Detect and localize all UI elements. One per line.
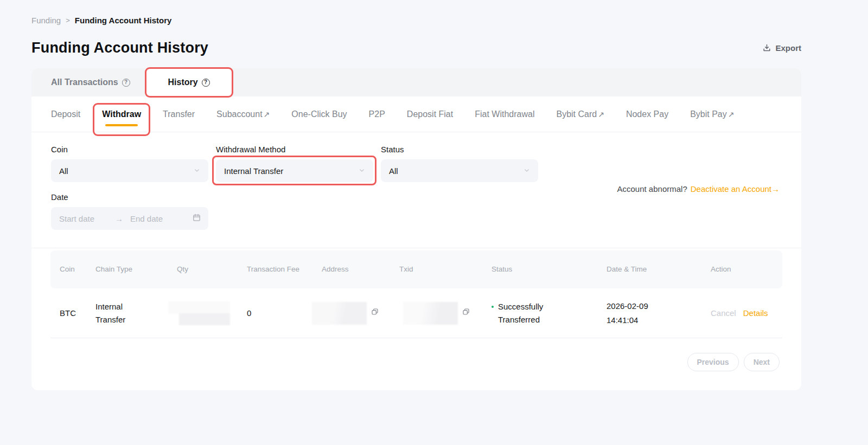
- account-abnormal-row: Account abnormal? Deactivate an Account→: [617, 184, 780, 194]
- subtab-bybit-card[interactable]: Bybit Card↗: [556, 109, 604, 119]
- subtab-label: Bybit Pay: [690, 109, 727, 119]
- redacted-qty-block: [168, 301, 230, 325]
- details-action[interactable]: Details: [743, 307, 768, 320]
- export-label: Export: [775, 43, 801, 53]
- chevron-down-icon: [523, 166, 531, 176]
- subtab-label: Subaccount: [216, 109, 263, 119]
- export-button[interactable]: Export: [762, 43, 801, 53]
- subtab-p2p[interactable]: P2P: [369, 109, 385, 119]
- subtab-label: Deposit Fiat: [407, 109, 453, 119]
- status-select[interactable]: All: [381, 159, 538, 182]
- subtab-label: Nodex Pay: [626, 109, 668, 119]
- cancel-action: Cancel: [711, 307, 736, 320]
- time-value: 14:41:04: [607, 313, 711, 327]
- copy-icon[interactable]: [462, 307, 470, 320]
- tab-all-transactions[interactable]: All Transactions: [51, 68, 130, 96]
- cell-address: [322, 302, 399, 325]
- range-arrow-icon: →: [115, 214, 130, 223]
- subtab-one-click-buy[interactable]: One-Click Buy: [291, 109, 347, 119]
- cell-action: Cancel Details: [711, 307, 782, 320]
- subtab-label: Fiat Withdrawal: [475, 109, 534, 119]
- next-page-button[interactable]: Next: [744, 353, 780, 371]
- cell-coin: BTC: [60, 307, 95, 320]
- breadcrumb-funding[interactable]: Funding: [31, 16, 61, 25]
- subtab-subaccount[interactable]: Subaccount↗: [216, 109, 270, 119]
- external-link-icon: ↗: [728, 110, 735, 119]
- column-header-action: Action: [711, 264, 782, 275]
- withdrawal-table: Coin Chain Type Qty Transaction Fee Addr…: [31, 248, 801, 371]
- annotation-box-withdraw-tab: [93, 103, 150, 136]
- arrow-right-icon: →: [771, 184, 780, 194]
- column-header-status: Status: [492, 264, 607, 275]
- account-abnormal-text: Account abnormal?: [617, 184, 687, 194]
- withdrawal-method-select[interactable]: Internal Transfer: [216, 159, 373, 182]
- coin-select[interactable]: All: [51, 159, 208, 182]
- previous-page-button[interactable]: Previous: [687, 353, 739, 371]
- redacted-address-block: [312, 302, 367, 325]
- subtab-bybit-pay[interactable]: Bybit Pay↗: [690, 109, 734, 119]
- status-filter-label: Status: [381, 145, 538, 154]
- download-icon: [762, 43, 771, 53]
- column-header-transaction-fee: Transaction Fee: [247, 264, 322, 275]
- tab-history-label: History: [168, 78, 198, 87]
- status-text: Successfully Transferred: [498, 300, 559, 326]
- date-value: 2026-02-09: [607, 299, 711, 313]
- copy-icon[interactable]: [371, 307, 379, 320]
- active-tab-underline: [105, 124, 138, 126]
- status-select-value: All: [389, 166, 398, 176]
- subtab-nodex-pay[interactable]: Nodex Pay: [626, 109, 668, 119]
- table-header-row: Coin Chain Type Qty Transaction Fee Addr…: [50, 250, 782, 288]
- subtab-deposit-fiat[interactable]: Deposit Fiat: [407, 109, 453, 119]
- history-card: All Transactions History Deposit Withdra…: [31, 68, 801, 390]
- column-header-txid: Txid: [399, 264, 492, 275]
- help-icon[interactable]: [202, 79, 210, 87]
- withdrawal-method-value: Internal Transfer: [224, 166, 283, 176]
- help-icon[interactable]: [122, 79, 130, 87]
- cell-txid: [399, 302, 492, 325]
- subtab-label: P2P: [369, 109, 385, 119]
- funding-history-page: Funding > Funding Account History Fundin…: [0, 0, 868, 445]
- tab-history[interactable]: History: [146, 68, 232, 96]
- date-filter-label: Date: [51, 192, 208, 202]
- start-date-input[interactable]: Start date: [59, 214, 115, 223]
- deactivate-account-link[interactable]: Deactivate an Account→: [691, 184, 780, 194]
- subtab-label: Bybit Card: [556, 109, 597, 119]
- cell-chain-type: Internal Transfer: [95, 300, 144, 326]
- column-header-date-time: Date & Time: [607, 264, 711, 275]
- cell-qty: [177, 301, 247, 325]
- cell-transaction-fee: 0: [247, 307, 322, 320]
- page-title: Funding Account History: [31, 40, 208, 56]
- pagination: Previous Next: [50, 338, 782, 371]
- subtabs: Deposit Withdraw Transfer Subaccount↗ On…: [31, 96, 801, 132]
- breadcrumb-current: Funding Account History: [75, 16, 172, 25]
- subtab-transfer[interactable]: Transfer: [163, 109, 195, 119]
- cell-status: Successfully Transferred: [492, 300, 559, 326]
- subtab-label: Deposit: [51, 109, 80, 119]
- chevron-down-icon: [193, 166, 201, 176]
- subtab-withdraw[interactable]: Withdraw: [102, 109, 141, 119]
- withdrawal-method-label: Withdrawal Method: [216, 145, 373, 154]
- breadcrumb: Funding > Funding Account History: [31, 0, 801, 25]
- column-header-qty: Qty: [177, 264, 247, 275]
- deactivate-account-label: Deactivate an Account: [691, 184, 771, 194]
- tabstrip: All Transactions History: [31, 68, 801, 96]
- subtab-fiat-withdrawal[interactable]: Fiat Withdrawal: [475, 109, 534, 119]
- external-link-icon: ↗: [598, 110, 604, 119]
- column-header-coin: Coin: [60, 264, 95, 275]
- redacted-txid-block: [403, 302, 458, 325]
- column-header-address: Address: [322, 264, 399, 275]
- tab-all-transactions-label: All Transactions: [51, 78, 118, 87]
- subtab-label: Transfer: [163, 109, 195, 119]
- end-date-input[interactable]: End date: [130, 214, 192, 223]
- subtab-deposit[interactable]: Deposit: [51, 109, 80, 119]
- coin-filter-label: Coin: [51, 145, 208, 154]
- filters-section: Coin All Withdrawal Method Internal Tran…: [31, 132, 801, 248]
- chevron-down-icon: [358, 166, 366, 176]
- calendar-icon[interactable]: [192, 213, 201, 224]
- subtab-label: One-Click Buy: [291, 109, 347, 119]
- cell-date-time: 2026-02-09 14:41:04: [607, 299, 711, 327]
- table-row: BTC Internal Transfer 0: [50, 288, 782, 338]
- breadcrumb-separator-icon: >: [66, 16, 70, 24]
- coin-select-value: All: [59, 166, 68, 176]
- date-range-picker[interactable]: Start date → End date: [51, 207, 208, 230]
